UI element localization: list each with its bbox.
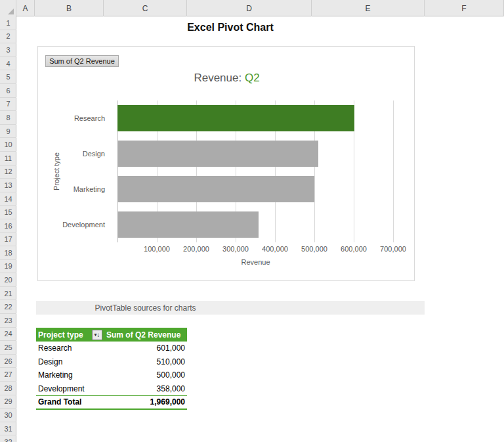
pivot-sources-banner: PivotTable sources for charts bbox=[36, 301, 425, 315]
column-header-row: ABCDEF bbox=[0, 0, 504, 16]
x-tick-label: 200,000 bbox=[177, 245, 216, 253]
row-header-9[interactable]: 9 bbox=[0, 125, 16, 139]
bar-design[interactable] bbox=[117, 141, 318, 167]
row-header-31[interactable]: 31 bbox=[0, 422, 16, 436]
x-tick-label: 300,000 bbox=[216, 245, 255, 253]
pivot-row-design[interactable]: Design510,000 bbox=[36, 355, 187, 369]
pivot-row-marketing[interactable]: Marketing500,000 bbox=[36, 368, 187, 382]
row-header-12[interactable]: 12 bbox=[0, 166, 16, 179]
pivot-row-label: Development bbox=[36, 384, 104, 393]
row-header-7[interactable]: 7 bbox=[0, 98, 16, 112]
column-header-f[interactable]: F bbox=[425, 0, 504, 16]
pivot-table-body: Research601,000Design510,000Marketing500… bbox=[36, 342, 187, 395]
sheet-title: Excel Pivot Chart bbox=[36, 22, 425, 33]
plot-area bbox=[117, 100, 394, 242]
row-header-21[interactable]: 21 bbox=[0, 287, 16, 301]
category-label-research: Research bbox=[38, 100, 112, 136]
row-header-18[interactable]: 18 bbox=[0, 246, 16, 260]
category-label-marketing: Marketing bbox=[38, 171, 112, 207]
row-header-19[interactable]: 19 bbox=[0, 260, 16, 274]
row-header-4[interactable]: 4 bbox=[0, 57, 16, 71]
row-header-3[interactable]: 3 bbox=[0, 43, 16, 57]
sort-filter-button[interactable]: ▾↓ bbox=[92, 330, 102, 340]
pivot-row-label: Design bbox=[36, 357, 104, 366]
pivot-header-project-type[interactable]: Project type ▾↓ bbox=[36, 328, 104, 342]
pivot-row-value: 510,000 bbox=[104, 357, 187, 366]
pivot-row-value: 601,000 bbox=[104, 343, 187, 353]
row-header-32[interactable]: 32 bbox=[0, 435, 16, 442]
value-axis-ticks: 100,000200,000300,000400,000500,000600,0… bbox=[117, 245, 406, 254]
row-header-13[interactable]: 13 bbox=[0, 179, 16, 192]
row-header-6[interactable]: 6 bbox=[0, 84, 16, 98]
pivot-sources-banner-label: PivotTable sources for charts bbox=[104, 301, 187, 315]
row-header-8[interactable]: 8 bbox=[0, 111, 16, 125]
column-header-b[interactable]: B bbox=[35, 0, 104, 16]
row-header-24[interactable]: 24 bbox=[0, 328, 16, 342]
bar-research[interactable] bbox=[117, 105, 354, 131]
pivot-header-sum-q2-revenue[interactable]: Sum of Q2 Revenue bbox=[104, 328, 187, 342]
row-header-25[interactable]: 25 bbox=[0, 341, 16, 355]
row-header-30[interactable]: 30 bbox=[0, 409, 16, 422]
x-tick-label: 600,000 bbox=[334, 245, 373, 253]
sort-descending-icon: ↓ bbox=[96, 332, 100, 338]
select-all-triangle-icon bbox=[8, 9, 14, 14]
column-header-a[interactable]: A bbox=[16, 0, 35, 16]
column-header-d[interactable]: D bbox=[187, 0, 312, 16]
row-header-11[interactable]: 11 bbox=[0, 152, 16, 166]
row-header-23[interactable]: 23 bbox=[0, 314, 16, 328]
row-header-29[interactable]: 29 bbox=[0, 395, 16, 409]
row-header-5[interactable]: 5 bbox=[0, 70, 16, 84]
row-header-28[interactable]: 28 bbox=[0, 382, 16, 395]
row-header-column: 1234567891011121314151617181920212223242… bbox=[0, 16, 16, 442]
bar-marketing[interactable] bbox=[117, 176, 314, 202]
pivot-table: Project type ▾↓ Sum of Q2 Revenue Resear… bbox=[36, 328, 187, 410]
pivot-row-development[interactable]: Development358,000 bbox=[36, 382, 187, 396]
row-header-16[interactable]: 16 bbox=[0, 219, 16, 233]
row-header-17[interactable]: 17 bbox=[0, 233, 16, 247]
pivot-row-label: Research bbox=[36, 343, 104, 353]
x-tick-label: 500,000 bbox=[295, 245, 334, 253]
bar-development[interactable] bbox=[117, 211, 259, 238]
x-tick-label: 700,000 bbox=[373, 245, 413, 253]
pivot-grand-total-row[interactable]: Grand Total 1,969,000 bbox=[36, 395, 187, 410]
gridline bbox=[393, 100, 394, 242]
row-header-10[interactable]: 10 bbox=[0, 138, 16, 152]
column-header-e[interactable]: E bbox=[312, 0, 425, 16]
pivot-field-button[interactable]: Sum of Q2 Revenue bbox=[45, 55, 119, 67]
chart-title-prefix: Revenue: bbox=[194, 72, 245, 84]
category-label-design: Design bbox=[38, 136, 112, 171]
pivot-chart[interactable]: Sum of Q2 Revenue Revenue: Q2 Project ty… bbox=[37, 46, 415, 281]
row-header-1[interactable]: 1 bbox=[0, 16, 16, 30]
pivot-row-label: Marketing bbox=[36, 370, 104, 380]
pivot-row-research[interactable]: Research601,000 bbox=[36, 342, 187, 355]
row-header-14[interactable]: 14 bbox=[0, 192, 16, 206]
category-axis-labels: ResearchDesignMarketingDevelopment bbox=[38, 100, 112, 242]
select-all-corner[interactable] bbox=[0, 0, 16, 16]
pivot-row-value: 358,000 bbox=[104, 384, 187, 393]
x-tick-label: 100,000 bbox=[137, 245, 177, 253]
column-header-c[interactable]: C bbox=[104, 0, 187, 16]
row-header-2[interactable]: 2 bbox=[0, 30, 16, 44]
pivot-row-value: 500,000 bbox=[104, 370, 187, 380]
grand-total-value: 1,969,000 bbox=[104, 397, 187, 407]
row-header-20[interactable]: 20 bbox=[0, 273, 16, 287]
category-label-development: Development bbox=[38, 207, 112, 242]
chart-title-highlight: Q2 bbox=[245, 72, 260, 84]
row-header-22[interactable]: 22 bbox=[0, 300, 16, 314]
spreadsheet: ABCDEF 123456789101112131415161718192021… bbox=[0, 0, 504, 442]
pivot-table-header: Project type ▾↓ Sum of Q2 Revenue bbox=[36, 328, 187, 342]
row-header-26[interactable]: 26 bbox=[0, 355, 16, 368]
row-header-27[interactable]: 27 bbox=[0, 368, 16, 382]
chart-title: Revenue: Q2 bbox=[38, 72, 415, 85]
x-axis-title: Revenue bbox=[117, 258, 394, 266]
row-header-15[interactable]: 15 bbox=[0, 206, 16, 219]
grand-total-label: Grand Total bbox=[36, 397, 104, 407]
x-tick-label: 400,000 bbox=[255, 245, 295, 253]
